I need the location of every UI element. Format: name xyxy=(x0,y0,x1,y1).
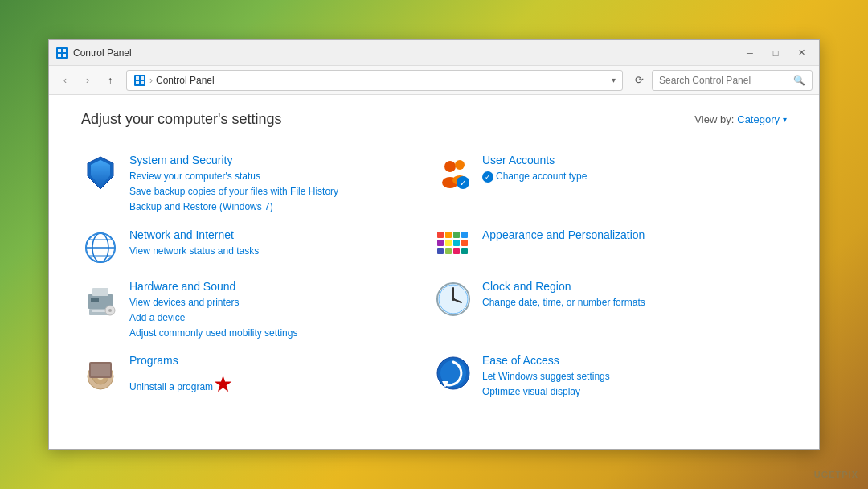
svg-rect-38 xyxy=(91,298,99,302)
svg-rect-6 xyxy=(136,76,139,80)
programs-title[interactable]: Programs xyxy=(129,354,434,367)
maximize-button[interactable]: □ xyxy=(764,45,787,61)
system-security-icon xyxy=(81,154,120,192)
view-by-label: View by: xyxy=(694,113,734,125)
system-security-title[interactable]: System and Security xyxy=(129,154,434,166)
svg-rect-2 xyxy=(63,49,66,52)
svg-rect-36 xyxy=(461,248,468,254)
system-security-info: System and Security Review your computer… xyxy=(129,154,434,216)
svg-rect-32 xyxy=(461,240,468,246)
appearance-info: Appearance and Personalization xyxy=(482,228,787,244)
back-button[interactable]: ‹ xyxy=(55,71,75,90)
svg-rect-34 xyxy=(445,248,452,254)
category-network-internet: Network and Internet View network status… xyxy=(81,222,434,273)
view-by-control: View by: Category ▾ xyxy=(694,113,787,125)
navigation-bar: ‹ › ↑ › Control Panel ▾ ⟳ 🔍 xyxy=(49,66,819,95)
up-button[interactable]: ↑ xyxy=(100,71,120,90)
system-security-link-1[interactable]: Review your computer's status xyxy=(129,169,434,184)
svg-rect-35 xyxy=(453,248,460,254)
system-security-link-3[interactable]: Backup and Restore (Windows 7) xyxy=(129,199,434,215)
address-bar[interactable]: › Control Panel ▾ xyxy=(126,70,623,91)
svg-rect-25 xyxy=(437,232,444,238)
system-security-link-2[interactable]: Save backup copies of your files with Fi… xyxy=(129,184,434,199)
title-bar-left: Control Panel xyxy=(55,47,132,60)
hardware-link-3[interactable]: Adjust commonly used mobility settings xyxy=(129,326,434,341)
appearance-title[interactable]: Appearance and Personalization xyxy=(482,228,787,241)
svg-rect-4 xyxy=(63,54,66,57)
address-separator: › xyxy=(149,75,153,86)
svg-rect-27 xyxy=(453,232,460,238)
user-accounts-link-1[interactable]: ✓Change account type xyxy=(482,169,787,184)
category-user-accounts: ✓ User Accounts ✓Change account type xyxy=(434,147,787,222)
address-bar-icon xyxy=(133,74,146,87)
red-star-annotation: ★ xyxy=(213,371,233,397)
svg-text:✓: ✓ xyxy=(460,179,466,187)
category-system-security: System and Security Review your computer… xyxy=(81,147,434,222)
address-text: Control Panel xyxy=(156,75,215,86)
svg-point-15 xyxy=(455,160,465,170)
clock-region-icon xyxy=(434,280,473,318)
category-appearance: Appearance and Personalization xyxy=(434,222,787,273)
user-accounts-icon: ✓ xyxy=(434,154,473,192)
svg-rect-8 xyxy=(136,81,139,84)
ease-link-2[interactable]: Optimize visual display xyxy=(482,384,787,400)
network-internet-link-1[interactable]: View network status and tasks xyxy=(129,244,434,259)
programs-icon xyxy=(81,354,120,392)
address-dropdown-arrow[interactable]: ▾ xyxy=(612,76,616,84)
page-title: Adjust your computer's settings xyxy=(81,111,282,128)
svg-rect-33 xyxy=(437,248,444,254)
hardware-sound-title[interactable]: Hardware and Sound xyxy=(129,280,434,293)
refresh-button[interactable]: ⟳ xyxy=(629,71,649,90)
hardware-link-1[interactable]: View devices and printers xyxy=(129,295,434,310)
svg-rect-26 xyxy=(445,232,452,238)
search-bar[interactable]: 🔍 xyxy=(652,70,813,91)
view-by-arrow[interactable]: ▾ xyxy=(783,115,787,124)
user-accounts-info: User Accounts ✓Change account type xyxy=(482,154,787,184)
forward-button[interactable]: › xyxy=(78,71,97,90)
category-hardware-sound: Hardware and Sound View devices and prin… xyxy=(81,273,434,348)
title-bar: Control Panel ─ □ ✕ xyxy=(49,40,819,66)
programs-link-with-star[interactable]: Uninstall a program★ xyxy=(129,381,233,392)
network-internet-info: Network and Internet View network status… xyxy=(129,228,434,259)
svg-point-43 xyxy=(108,309,112,312)
hardware-sound-info: Hardware and Sound View devices and prin… xyxy=(129,280,434,342)
category-clock-region: Clock and Region Change date, time, or n… xyxy=(434,273,787,348)
svg-rect-3 xyxy=(58,54,61,57)
svg-point-48 xyxy=(452,298,455,301)
clock-region-title[interactable]: Clock and Region xyxy=(482,280,787,293)
content-header: Adjust your computer's settings View by:… xyxy=(81,111,787,128)
window-icon xyxy=(55,47,68,60)
ease-of-access-info: Ease of Access Let Windows suggest setti… xyxy=(482,354,787,400)
hardware-link-2[interactable]: Add a device xyxy=(129,310,434,326)
ease-link-1[interactable]: Let Windows suggest settings xyxy=(482,369,787,384)
search-icon: 🔍 xyxy=(793,75,805,86)
ease-of-access-icon xyxy=(434,354,473,392)
svg-point-13 xyxy=(444,161,456,172)
svg-rect-30 xyxy=(445,240,452,246)
svg-rect-31 xyxy=(453,240,460,246)
svg-rect-7 xyxy=(141,76,144,80)
content-area: Adjust your computer's settings View by:… xyxy=(49,95,819,449)
window-controls: ─ □ ✕ xyxy=(739,45,813,61)
svg-rect-9 xyxy=(141,81,144,84)
appearance-icon xyxy=(434,228,473,267)
category-programs: Programs Uninstall a program★ xyxy=(81,347,434,406)
user-accounts-title[interactable]: User Accounts xyxy=(482,154,787,166)
window-title: Control Panel xyxy=(73,47,132,59)
view-by-value[interactable]: Category xyxy=(737,113,780,125)
svg-rect-41 xyxy=(92,288,108,296)
watermark: UGETPIX xyxy=(814,470,858,479)
network-internet-title[interactable]: Network and Internet xyxy=(129,228,434,241)
search-input[interactable] xyxy=(659,75,793,86)
close-button[interactable]: ✕ xyxy=(790,45,813,61)
control-panel-window: Control Panel ─ □ ✕ ‹ › ↑ › Control Pane… xyxy=(48,39,820,450)
svg-rect-54 xyxy=(91,364,110,376)
clock-link-1[interactable]: Change date, time, or number formats xyxy=(482,295,787,310)
minimize-button[interactable]: ─ xyxy=(739,45,761,61)
network-internet-icon xyxy=(81,228,120,267)
ease-of-access-title[interactable]: Ease of Access xyxy=(482,354,787,367)
svg-rect-29 xyxy=(437,240,444,246)
category-ease-of-access: Ease of Access Let Windows suggest setti… xyxy=(434,347,787,406)
svg-rect-1 xyxy=(58,49,61,52)
programs-info: Programs Uninstall a program★ xyxy=(129,354,434,396)
